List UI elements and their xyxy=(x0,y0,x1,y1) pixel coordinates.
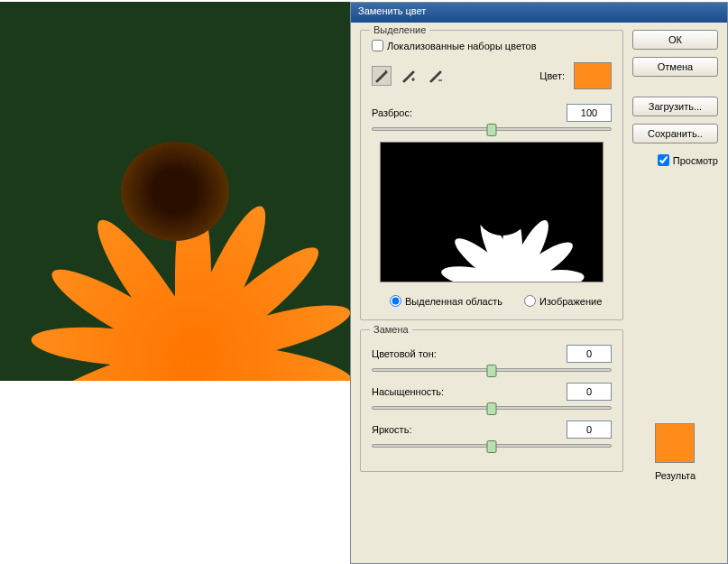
radio-image[interactable]: Изображение xyxy=(524,295,602,307)
lightness-input[interactable] xyxy=(567,421,612,439)
hue-input[interactable] xyxy=(567,345,612,363)
lightness-label: Яркость: xyxy=(372,424,411,435)
background-photo xyxy=(0,2,350,381)
load-button[interactable]: Загрузить... xyxy=(632,97,718,116)
hue-slider[interactable] xyxy=(372,368,612,372)
eyedropper-plus-icon[interactable] xyxy=(399,66,419,86)
result-color-swatch[interactable] xyxy=(655,423,695,463)
saturation-slider[interactable] xyxy=(372,406,612,410)
fuzziness-slider[interactable] xyxy=(372,127,612,131)
dialog-titlebar[interactable]: Заменить цвет xyxy=(351,3,727,23)
radio-selection[interactable]: Выделенная область xyxy=(390,295,502,307)
replacement-fieldset: Замена Цветовой тон: Насыщенность: xyxy=(360,329,623,472)
fuzziness-input[interactable] xyxy=(567,104,612,122)
selection-preview xyxy=(380,142,604,282)
replace-color-dialog: Заменить цвет Выделение Локализованные н… xyxy=(350,2,728,564)
save-button[interactable]: Сохранить.. xyxy=(632,124,718,143)
source-color-swatch[interactable] xyxy=(574,62,612,89)
fuzziness-label: Разброс: xyxy=(372,107,412,118)
localized-color-clusters-label: Локализованные наборы цветов xyxy=(387,41,537,51)
saturation-input[interactable] xyxy=(567,383,612,401)
dialog-title: Заменить цвет xyxy=(358,5,426,16)
cancel-button[interactable]: Отмена xyxy=(632,57,718,77)
preview-label: Просмотр xyxy=(673,155,718,166)
hue-label: Цветовой тон: xyxy=(372,348,437,359)
localized-color-clusters-checkbox[interactable] xyxy=(372,40,383,51)
eyedropper-minus-icon[interactable] xyxy=(426,66,446,86)
result-label: Результа xyxy=(655,470,696,481)
color-label: Цвет: xyxy=(539,70,565,81)
replacement-legend: Замена xyxy=(370,324,412,335)
selection-fieldset: Выделение Локализованные наборы цветов xyxy=(360,30,623,320)
eyedropper-icon[interactable] xyxy=(372,66,392,86)
preview-checkbox[interactable] xyxy=(658,154,669,166)
saturation-label: Насыщенность: xyxy=(372,386,444,397)
lightness-slider[interactable] xyxy=(372,444,612,448)
ok-button[interactable]: ОК xyxy=(632,30,718,50)
selection-legend: Выделение xyxy=(370,24,429,35)
